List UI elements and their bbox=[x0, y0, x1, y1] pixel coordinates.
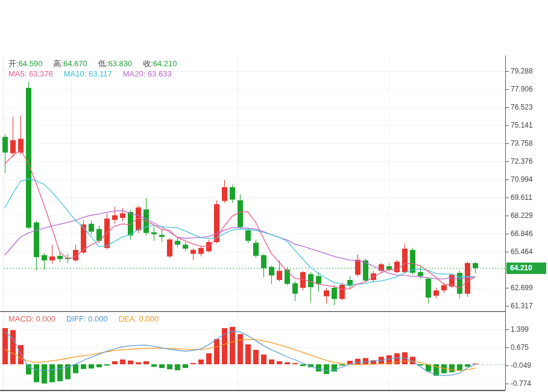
legend-item-高: 高:64.670 bbox=[53, 59, 87, 68]
legend-item-收: 收:64.210 bbox=[143, 59, 177, 68]
legend-item-MA5: MA5: 63.376 bbox=[8, 69, 53, 78]
macd-legend: MACD: 0.000DIFF: 0.000DEA: 0.000 bbox=[8, 314, 169, 323]
legend-item-DEA: DEA: 0.000 bbox=[119, 314, 159, 323]
ma-legend: MA5: 63.376MA10: 63.117MA20: 63.633 bbox=[8, 69, 183, 78]
legend-item-MA20: MA20: 63.633 bbox=[123, 69, 172, 78]
legend-item-MA10: MA10: 63.117 bbox=[64, 69, 112, 78]
legend-item-低: 低:63.830 bbox=[98, 59, 132, 68]
legend-item-DIFF: DIFF: 0.000 bbox=[66, 314, 108, 323]
current-price-tag: 64.210 bbox=[506, 263, 546, 274]
legend-item-MACD: MACD: 0.000 bbox=[8, 314, 55, 323]
kline-widget: K线图 基本面分析> 日周月5分15分30分60分4时 开:64.590高:64… bbox=[0, 0, 548, 392]
ohlc-legend: 开:64.590高:64.670低:63.830收:64.210 bbox=[8, 58, 188, 69]
legend-item-开: 开:64.590 bbox=[8, 59, 42, 68]
